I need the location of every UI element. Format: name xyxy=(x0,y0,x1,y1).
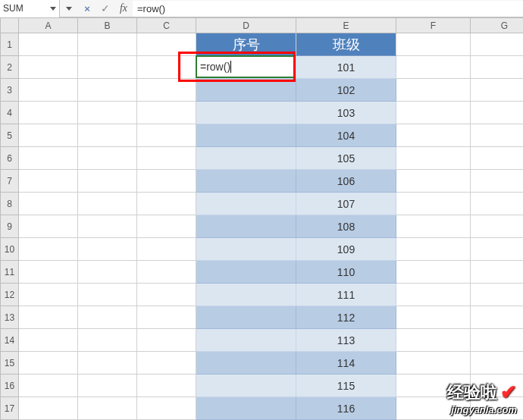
cell-B5[interactable] xyxy=(78,124,137,147)
cell-G12[interactable] xyxy=(471,284,524,306)
cell-D12[interactable] xyxy=(196,284,296,306)
column-header-E[interactable]: E xyxy=(296,18,396,33)
cell-F6[interactable] xyxy=(396,147,471,170)
cell-D16[interactable] xyxy=(196,375,296,397)
cell-E16[interactable]: 115 xyxy=(296,375,396,397)
name-box[interactable]: SUM xyxy=(0,0,60,17)
cell-E13[interactable]: 112 xyxy=(296,306,396,329)
cell-F3[interactable] xyxy=(396,79,471,102)
cell-C9[interactable] xyxy=(137,215,196,238)
cell-F10[interactable] xyxy=(396,238,471,261)
cell-B7[interactable] xyxy=(78,170,137,193)
cell-B4[interactable] xyxy=(78,102,137,124)
cell-E15[interactable]: 114 xyxy=(296,352,396,375)
cell-F9[interactable] xyxy=(396,215,471,238)
cell-A7[interactable] xyxy=(19,170,78,193)
cell-E9[interactable]: 108 xyxy=(296,215,396,238)
column-header-D[interactable]: D xyxy=(196,18,296,33)
cell-F12[interactable] xyxy=(396,284,471,306)
cell-B3[interactable] xyxy=(78,79,137,102)
cell-C16[interactable] xyxy=(137,375,196,397)
column-header-G[interactable]: G xyxy=(471,18,524,33)
cell-F14[interactable] xyxy=(396,329,471,352)
cell-C5[interactable] xyxy=(137,124,196,147)
row-header-1[interactable]: 1 xyxy=(1,33,19,56)
cancel-button[interactable]: × xyxy=(78,3,96,14)
row-header-15[interactable]: 15 xyxy=(1,352,19,375)
cell-C11[interactable] xyxy=(137,261,196,284)
cell-E8[interactable]: 107 xyxy=(296,193,396,215)
row-header-11[interactable]: 11 xyxy=(1,261,19,284)
cell-G11[interactable] xyxy=(471,261,524,284)
cell-C6[interactable] xyxy=(137,147,196,170)
cell-editor[interactable]: =row() xyxy=(196,55,296,78)
cell-B14[interactable] xyxy=(78,329,137,352)
cell-F16[interactable] xyxy=(396,375,471,397)
cell-E10[interactable]: 109 xyxy=(296,238,396,261)
select-all-corner[interactable] xyxy=(1,18,19,33)
cell-G14[interactable] xyxy=(471,329,524,352)
cell-B1[interactable] xyxy=(78,33,137,56)
cell-G15[interactable] xyxy=(471,352,524,375)
cell-E4[interactable]: 103 xyxy=(296,102,396,124)
cell-G9[interactable] xyxy=(471,215,524,238)
cell-E6[interactable]: 105 xyxy=(296,147,396,170)
cell-E17[interactable]: 116 xyxy=(296,397,396,420)
cell-C13[interactable] xyxy=(137,306,196,329)
cell-E14[interactable]: 113 xyxy=(296,329,396,352)
cell-A6[interactable] xyxy=(19,147,78,170)
cell-A9[interactable] xyxy=(19,215,78,238)
cell-A10[interactable] xyxy=(19,238,78,261)
cell-C7[interactable] xyxy=(137,170,196,193)
cell-F4[interactable] xyxy=(396,102,471,124)
cell-E12[interactable]: 111 xyxy=(296,284,396,306)
cell-G3[interactable] xyxy=(471,79,524,102)
dropdown-icon[interactable] xyxy=(60,7,78,11)
cell-A17[interactable] xyxy=(19,397,78,420)
cell-A16[interactable] xyxy=(19,375,78,397)
row-header-12[interactable]: 12 xyxy=(1,284,19,306)
cell-D15[interactable] xyxy=(196,352,296,375)
cell-B15[interactable] xyxy=(78,352,137,375)
row-header-17[interactable]: 17 xyxy=(1,397,19,420)
cell-B10[interactable] xyxy=(78,238,137,261)
cell-A15[interactable] xyxy=(19,352,78,375)
cell-G13[interactable] xyxy=(471,306,524,329)
cell-F7[interactable] xyxy=(396,170,471,193)
cell-D14[interactable] xyxy=(196,329,296,352)
cell-B9[interactable] xyxy=(78,215,137,238)
cell-B16[interactable] xyxy=(78,375,137,397)
cell-D4[interactable] xyxy=(196,102,296,124)
formula-input[interactable] xyxy=(133,1,523,17)
cell-B11[interactable] xyxy=(78,261,137,284)
cell-A4[interactable] xyxy=(19,102,78,124)
cell-D6[interactable] xyxy=(196,147,296,170)
cell-A14[interactable] xyxy=(19,329,78,352)
cell-A3[interactable] xyxy=(19,79,78,102)
cell-C2[interactable] xyxy=(137,56,196,79)
cell-F15[interactable] xyxy=(396,352,471,375)
cell-B17[interactable] xyxy=(78,397,137,420)
row-header-5[interactable]: 5 xyxy=(1,124,19,147)
row-header-16[interactable]: 16 xyxy=(1,375,19,397)
chevron-down-icon[interactable] xyxy=(50,7,56,11)
row-header-10[interactable]: 10 xyxy=(1,238,19,261)
cell-G1[interactable] xyxy=(471,33,524,56)
cell-F2[interactable] xyxy=(396,56,471,79)
cell-A2[interactable] xyxy=(19,56,78,79)
cell-C17[interactable] xyxy=(137,397,196,420)
spreadsheet-grid[interactable]: ABCDEFG1序号班级2101310241035104610571068107… xyxy=(0,17,523,420)
cell-B6[interactable] xyxy=(78,147,137,170)
cell-E2[interactable]: 101 xyxy=(296,56,396,79)
confirm-button[interactable]: ✓ xyxy=(96,2,114,14)
cell-G17[interactable] xyxy=(471,397,524,420)
row-header-3[interactable]: 3 xyxy=(1,79,19,102)
cell-A1[interactable] xyxy=(19,33,78,56)
cell-A5[interactable] xyxy=(19,124,78,147)
cell-D7[interactable] xyxy=(196,170,296,193)
cell-E11[interactable]: 110 xyxy=(296,261,396,284)
cell-G4[interactable] xyxy=(471,102,524,124)
column-header-F[interactable]: F xyxy=(396,18,471,33)
row-header-6[interactable]: 6 xyxy=(1,147,19,170)
cell-C15[interactable] xyxy=(137,352,196,375)
